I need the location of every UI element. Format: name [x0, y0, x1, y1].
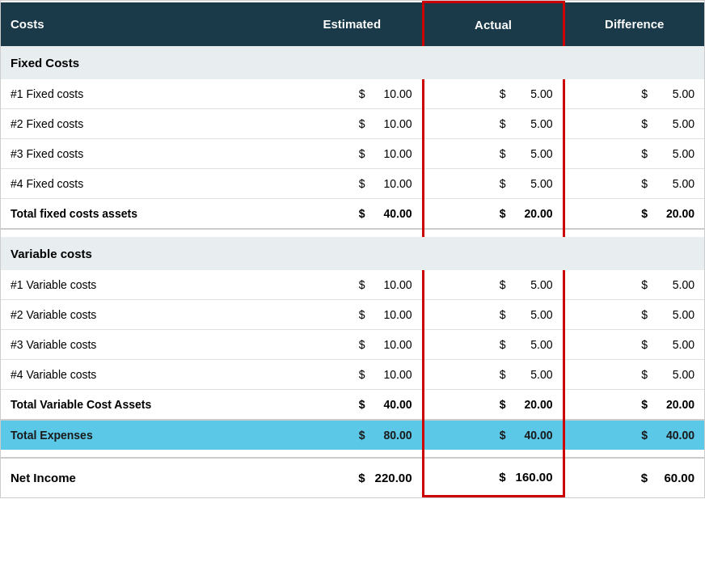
row-label: #4 Fixed costs [1, 169, 282, 199]
net-income-label: Net Income [1, 458, 282, 497]
header-row: Costs Estimated Actual Difference [1, 2, 704, 47]
fixed-cost-row: #1 Fixed costs$10.00$5.00$5.00 [1, 79, 704, 109]
estimated-header: Estimated [282, 2, 423, 47]
net-income-row: Net Income$220.00$160.00$60.00 [1, 458, 704, 497]
total-expenses-row: Total Expenses$80.00$40.00$40.00 [1, 420, 704, 450]
fixed-costs-label: Fixed Costs [1, 46, 704, 79]
variable-costs-label: Variable costs [1, 237, 704, 270]
row-label: #1 Fixed costs [1, 79, 282, 109]
row-label: #2 Fixed costs [1, 109, 282, 139]
fixed-cost-row: #3 Fixed costs$10.00$5.00$5.00 [1, 139, 704, 169]
total-expenses-label: Total Expenses [1, 420, 282, 450]
difference-header: Difference [564, 2, 704, 47]
row-label: #3 Variable costs [1, 330, 282, 360]
row-label: #2 Variable costs [1, 300, 282, 330]
variable-costs-total-label: Total Variable Cost Assets [1, 390, 282, 421]
variable-cost-row: #1 Variable costs$10.00$5.00$5.00 [1, 270, 704, 300]
row-label: #3 Fixed costs [1, 139, 282, 169]
fixed-cost-row: #2 Fixed costs$10.00$5.00$5.00 [1, 109, 704, 139]
variable-costs-total-row: Total Variable Cost Assets$40.00$20.00$2… [1, 390, 704, 421]
row-label: #1 Variable costs [1, 270, 282, 300]
costs-table: Costs Estimated Actual Difference Fixed … [0, 0, 705, 498]
spacer-row [1, 229, 704, 237]
fixed-costs-section-header: Fixed Costs [1, 46, 704, 79]
actual-header: Actual [423, 2, 564, 47]
variable-cost-row: #3 Variable costs$10.00$5.00$5.00 [1, 330, 704, 360]
variable-costs-section-header: Variable costs [1, 237, 704, 270]
costs-header: Costs [1, 2, 282, 47]
variable-cost-row: #4 Variable costs$10.00$5.00$5.00 [1, 360, 704, 390]
row-label: #4 Variable costs [1, 360, 282, 390]
fixed-cost-row: #4 Fixed costs$10.00$5.00$5.00 [1, 169, 704, 199]
variable-cost-row: #2 Variable costs$10.00$5.00$5.00 [1, 300, 704, 330]
spacer-row [1, 450, 704, 458]
fixed-costs-total-row: Total fixed costs assets$40.00$20.00$20.… [1, 199, 704, 230]
fixed-costs-total-label: Total fixed costs assets [1, 199, 282, 230]
